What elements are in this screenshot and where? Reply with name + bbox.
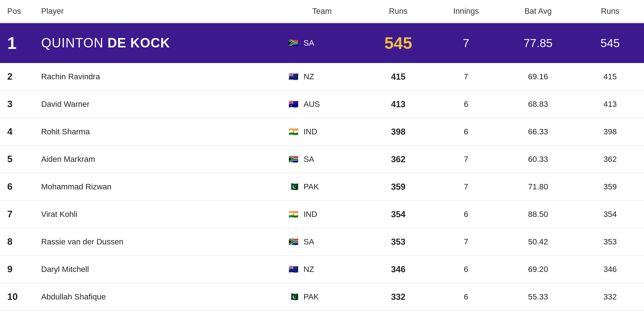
innings-value: 7 [432,228,500,256]
innings-value: 6 [432,283,500,311]
player-name: David Warner [34,91,280,118]
team-cell: 🇳🇿NZ [279,63,364,91]
innings-value: 6 [432,201,500,228]
rank-pos: 9 [0,256,34,283]
runs-value: 545 [365,23,432,63]
table-row: 10 Abdullah Shafique 🇵🇰PAK 332 6 55.33 3… [0,283,644,311]
runs-value: 362 [365,146,432,173]
runs-value: 413 [365,91,432,118]
batavg-value: 66.33 [500,118,576,146]
batavg-value: 50.42 [500,228,576,256]
player-name: Rassie van der Dussen [34,228,280,256]
innings-value: 6 [432,118,500,146]
runs-value: 398 [365,118,432,146]
flag-icon: 🇳🇿 [287,265,300,274]
table-row: 8 Rassie van der Dussen 🇿🇦SA 353 7 50.42… [0,228,644,256]
runs2-value: 545 [576,23,644,63]
flag-icon: 🇦🇺 [287,100,300,109]
rank-pos: 7 [0,201,34,228]
innings-value: 7 [432,23,500,63]
batavg-value: 88.50 [500,201,576,228]
flag-icon: 🇿🇦 [287,39,300,47]
team-code: SA [303,38,314,48]
team-code: IND [303,127,317,137]
team-code: NZ [303,265,314,274]
table-row-highlight: 1 QUINTON DE KOCK 🇿🇦SA 545 7 77.85 545 [0,23,644,63]
table-row: 5 Aiden Markram 🇿🇦SA 362 7 60.33 362 [0,146,644,173]
team-code: AUS [303,100,320,109]
team-cell: 🇮🇳IND [279,118,364,146]
runs-value: 346 [365,256,432,283]
team-code: IND [303,210,317,219]
team-code: PAK [303,182,319,192]
team-cell: 🇿🇦SA [279,228,364,256]
player-name: Virat Kohli [34,201,280,228]
player-name: Mohammad Rizwan [34,173,280,201]
table-row: 3 David Warner 🇦🇺AUS 413 6 68.83 413 [0,91,644,118]
col-header-runs2: Runs [576,0,644,23]
team-cell: 🇿🇦SA [279,23,364,63]
stats-table: Pos Player Team Runs Innings Bat Avg Run… [0,0,644,311]
team-cell: 🇵🇰PAK [279,173,364,201]
batavg-value: 60.33 [500,146,576,173]
leaderboard-container: Pos Player Team Runs Innings Bat Avg Run… [0,0,644,311]
player-name: Rachin Ravindra [34,63,280,91]
runs-value: 354 [365,201,432,228]
team-cell: 🇳🇿NZ [279,256,364,283]
team-code: SA [303,237,314,247]
batavg-value: 68.83 [500,91,576,118]
team-code: PAK [303,292,319,302]
batavg-value: 55.33 [500,283,576,311]
team-code: NZ [303,72,314,81]
table-row: 6 Mohammad Rizwan 🇵🇰PAK 359 7 71.80 359 [0,173,644,201]
table-row: 7 Virat Kohli 🇮🇳IND 354 6 88.50 354 [0,201,644,228]
flag-icon: 🇳🇿 [287,72,300,81]
rank-pos: 3 [0,91,34,118]
table-header-row: Pos Player Team Runs Innings Bat Avg Run… [0,0,644,23]
innings-value: 6 [432,256,500,283]
rank-pos: 4 [0,118,34,146]
col-header-runs: Runs [365,0,432,23]
col-header-batavg: Bat Avg [500,0,576,23]
table-row: 2 Rachin Ravindra 🇳🇿NZ 415 7 69.16 415 [0,63,644,91]
flag-icon: 🇮🇳 [287,127,300,136]
rank-pos: 5 [0,146,34,173]
runs-value: 359 [365,173,432,201]
batavg-value: 69.20 [500,256,576,283]
flag-icon: 🇵🇰 [287,293,300,301]
player-name: Rohit Sharma [34,118,280,146]
runs-value: 332 [365,283,432,311]
table-row: 9 Daryl Mitchell 🇳🇿NZ 346 6 69.20 346 [0,256,644,283]
col-header-team: Team [279,0,364,23]
rank-pos: 8 [0,228,34,256]
runs2-value: 332 [576,283,644,311]
table-row: 4 Rohit Sharma 🇮🇳IND 398 6 66.33 398 [0,118,644,146]
runs-value: 415 [365,63,432,91]
batavg-value: 71.80 [500,173,576,201]
team-cell: 🇦🇺AUS [279,91,364,118]
flag-icon: 🇿🇦 [287,238,300,246]
col-header-player: Player [34,0,280,23]
team-cell: 🇮🇳IND [279,201,364,228]
batavg-value: 69.16 [500,63,576,91]
innings-value: 7 [432,146,500,173]
innings-value: 7 [432,63,500,91]
runs2-value: 354 [576,201,644,228]
innings-value: 6 [432,91,500,118]
rank-pos: 2 [0,63,34,91]
runs2-value: 398 [576,118,644,146]
player-name: Daryl Mitchell [34,256,280,283]
col-header-pos: Pos [0,0,34,23]
innings-value: 7 [432,173,500,201]
runs2-value: 415 [576,63,644,91]
rank-pos: 1 [0,23,34,63]
player-name: QUINTON DE KOCK [34,23,280,63]
team-cell: 🇵🇰PAK [279,283,364,311]
flag-icon: 🇵🇰 [287,183,300,191]
rank-pos: 6 [0,173,34,201]
runs2-value: 362 [576,146,644,173]
runs2-value: 413 [576,91,644,118]
flag-icon: 🇿🇦 [287,155,300,164]
player-name: Aiden Markram [34,146,280,173]
col-header-innings: Innings [432,0,500,23]
